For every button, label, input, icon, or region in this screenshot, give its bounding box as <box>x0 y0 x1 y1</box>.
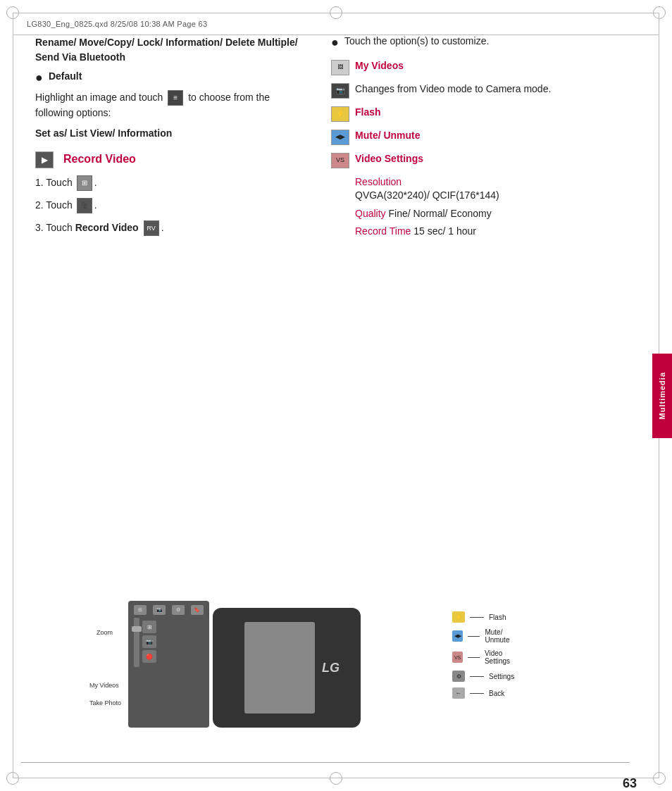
right-column: ● Touch the option(s) to customize. 🖼 My… <box>331 35 641 243</box>
diag-mute-line <box>468 636 480 637</box>
default-options: Set as/ List View/ Information <box>35 126 310 141</box>
diag-mute-label: Mute/ Unmute <box>485 628 523 644</box>
step1-icon: ⊞ <box>77 175 92 191</box>
default-label: Default <box>49 70 82 82</box>
diag-settings-label: Settings <box>489 673 514 680</box>
mute-label: Mute/ Unmute <box>355 129 421 143</box>
quality-label: Quality <box>355 208 386 219</box>
diag-left-panel: ⊞ 📷 ⚙ 🔖 ⊞ 📷 🔴 <box>128 601 209 728</box>
step-3: 3. Touch Record Video RV . <box>35 220 310 236</box>
diag-side-icons: ⊞ 📷 🔴 <box>142 621 156 663</box>
touch-options-text: Touch the option(s) to customize. <box>344 35 489 46</box>
diag-photo-icon: 🔴 <box>142 650 156 663</box>
diag-vs-line <box>468 657 480 658</box>
diag-back-item: ← Back <box>452 687 523 699</box>
menu-icon: ≡ <box>168 90 183 106</box>
diag-right-labels: ⚡ Flash ◀▶ Mute/ Unmute VS Video Setting… <box>452 611 523 699</box>
diag-settings-icon: ⚙ <box>452 671 465 682</box>
step-1: 1. Touch ⊞ . <box>35 175 310 191</box>
default-bullet: ● Default <box>35 70 310 86</box>
intro-heading: Rename/ Move/Copy/ Lock/ Information/ De… <box>35 35 310 65</box>
resolution-values: QVGA(320*240)/ QCIF(176*144) <box>355 189 499 201</box>
mute-item: ◀▶ Mute/ Unmute <box>331 129 641 145</box>
diag-videosettings-icon: VS <box>452 652 463 663</box>
diag-myvideos-label: My Videos <box>89 682 119 689</box>
header-text: LG830_Eng_0825.qxd 8/25/08 10:38 AM Page… <box>27 20 207 28</box>
diag-settings-line <box>470 676 484 677</box>
sidebar-label: Multimedia <box>658 372 666 419</box>
step2-icon: 🎥 <box>77 198 92 213</box>
diag-mute-item: ◀▶ Mute/ Unmute <box>452 628 523 644</box>
diag-vs-label: Video Settings <box>485 649 523 665</box>
default-description: Highlight an image and touch ≡ to choose… <box>35 90 310 120</box>
camera-mode-item: 📷 Changes from Video mode to Camera mode… <box>331 82 641 99</box>
step2-prefix: 2. Touch <box>35 198 73 213</box>
diag-grid-icon: ⊞ <box>142 621 156 633</box>
touch-options-bullet: ● Touch the option(s) to customize. <box>331 35 641 51</box>
bottom-divider <box>21 762 630 763</box>
diag-cam-icon: 📷 <box>142 635 156 648</box>
step3-icon: RV <box>144 220 159 236</box>
record-time-label: Record Time <box>355 225 411 237</box>
my-videos-item: 🖼 My Videos <box>331 59 641 75</box>
resolution-label: Resolution <box>355 176 402 187</box>
record-time-item: Record Time 15 sec/ 1 hour <box>355 225 641 239</box>
diag-icon-3: ⚙ <box>172 605 185 615</box>
record-time-values: 15 sec/ 1 hour <box>413 225 476 237</box>
resolution-item: Resolution QVGA(320*240)/ QCIF(176*144) <box>355 175 641 203</box>
step-2: 2. Touch 🎥 . <box>35 198 310 213</box>
diag-icon-2: 📷 <box>153 605 166 615</box>
diag-settings-item: ⚙ Settings <box>452 671 523 682</box>
video-settings-item: VS Video Settings <box>331 152 641 168</box>
video-settings-label: Video Settings <box>355 152 423 166</box>
camera-mode-icon: 📷 <box>331 83 349 99</box>
diag-icon-1: ⊞ <box>134 605 147 615</box>
phone-logo: LG <box>322 661 340 675</box>
diag-videosettings-item: VS Video Settings <box>452 649 523 665</box>
video-settings-icon: VS <box>331 153 349 168</box>
diag-back-icon: ← <box>452 687 465 699</box>
diagram-area: ⊞ 📷 ⚙ 🔖 ⊞ 📷 🔴 LG <box>21 594 630 749</box>
diag-top-icons: ⊞ 📷 ⚙ 🔖 <box>131 605 206 615</box>
diag-mute-icon: ◀▶ <box>452 630 463 642</box>
record-video-heading: Record Video <box>63 153 136 166</box>
diag-flash-line <box>470 617 484 618</box>
diag-flash-item: ⚡ Flash <box>452 611 523 623</box>
diag-takephoto-label: Take Photo <box>89 699 121 706</box>
diagram-container: ⊞ 📷 ⚙ 🔖 ⊞ 📷 🔴 LG <box>128 601 523 742</box>
multimedia-sidebar-tab: Multimedia <box>652 354 672 438</box>
page-number: 63 <box>623 776 637 791</box>
diag-flash-icon: ⚡ <box>452 611 465 623</box>
flash-item: ⚡ Flash <box>331 106 641 122</box>
record-video-heading-icon: ▶ <box>35 151 54 168</box>
my-videos-label: My Videos <box>355 59 404 73</box>
step3-prefix: 3. Touch <box>35 220 73 235</box>
flash-icon: ⚡ <box>331 106 349 122</box>
diag-back-label: Back <box>489 690 504 697</box>
mute-icon: ◀▶ <box>331 130 349 145</box>
phone-screen <box>244 622 315 714</box>
left-column: Rename/ Move/Copy/ Lock/ Information/ De… <box>35 35 310 243</box>
step3-bold: Record Video <box>75 220 139 235</box>
phone-diagram: LG <box>213 608 361 728</box>
diag-zoom-label: Zoom <box>97 629 113 636</box>
diag-back-line <box>470 693 484 694</box>
my-videos-icon: 🖼 <box>331 60 349 75</box>
quality-values: Fine/ Normal/ Economy <box>388 208 491 219</box>
flash-label: Flash <box>355 106 381 120</box>
step1-prefix: 1. Touch <box>35 175 73 190</box>
quality-item: Quality Fine/ Normal/ Economy <box>355 207 641 221</box>
diag-flash-label: Flash <box>489 614 506 621</box>
page-header: LG830_Eng_0825.qxd 8/25/08 10:38 AM Page… <box>13 13 659 35</box>
camera-mode-text: Changes from Video mode to Camera mode. <box>355 82 551 96</box>
diag-icon-4: 🔖 <box>191 605 204 615</box>
